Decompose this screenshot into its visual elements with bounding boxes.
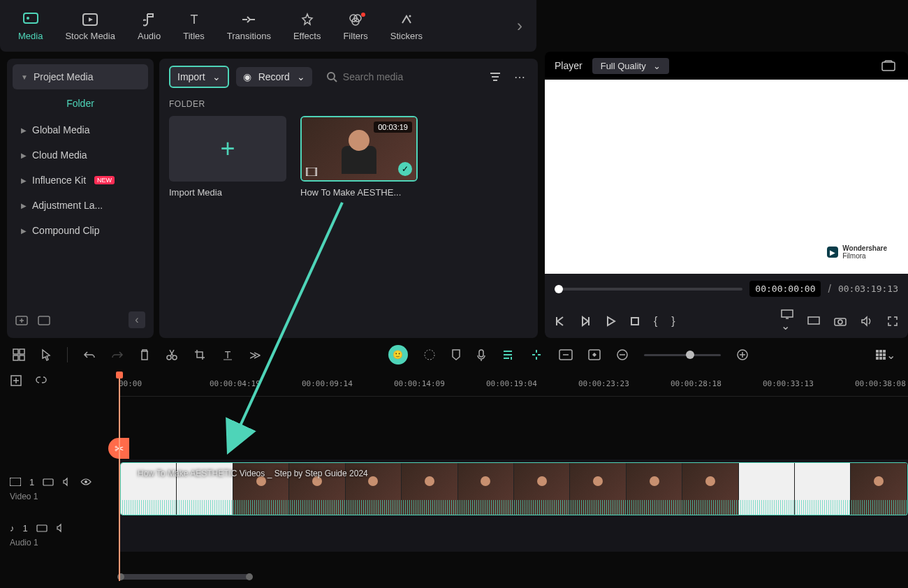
display-mode-button[interactable]: ⌄: [781, 309, 793, 332]
svg-rect-14: [315, 168, 317, 176]
new-folder-icon[interactable]: [15, 314, 28, 325]
zoom-out-button[interactable]: [616, 348, 629, 361]
svg-rect-18: [808, 317, 819, 324]
crop-button[interactable]: [193, 348, 206, 361]
timeline-ruler[interactable]: 00:00 00:00:04:19 00:00:09:14 00:00:14:0…: [119, 372, 908, 397]
delete-button[interactable]: [139, 348, 150, 361]
video-track-body[interactable]: How To Make AESTHETIC Videos _ Step by S…: [119, 460, 908, 518]
sidebar-item-adjustment-layer[interactable]: ▶Adjustment La...: [13, 193, 148, 218]
effects-tl-button[interactable]: [423, 348, 436, 361]
nav-tab-titles[interactable]: T Titles: [172, 7, 216, 45]
snapshot-icon[interactable]: [879, 57, 898, 74]
mark-in-button[interactable]: {: [654, 315, 657, 328]
track-folder-icon[interactable]: [36, 524, 47, 532]
redo-button[interactable]: [111, 350, 124, 360]
track-mute-icon[interactable]: [62, 477, 72, 487]
scrub-knob[interactable]: [555, 285, 563, 293]
view-mode-button[interactable]: ⌄: [875, 348, 895, 362]
quality-select[interactable]: Full Quality⌄: [592, 58, 669, 74]
split-button[interactable]: [166, 348, 178, 361]
play-button[interactable]: [605, 316, 616, 327]
more-tools-button[interactable]: ≫: [249, 348, 261, 362]
nav-tab-stickers[interactable]: Stickers: [379, 7, 434, 45]
import-button[interactable]: Import⌄: [169, 66, 229, 88]
zoom-slider[interactable]: [644, 354, 721, 356]
undo-button[interactable]: [83, 350, 96, 360]
zoom-knob[interactable]: [686, 351, 694, 359]
svg-rect-47: [37, 525, 47, 531]
more-icon[interactable]: ⋯: [511, 68, 528, 87]
record-button[interactable]: ◉Record⌄: [236, 67, 312, 87]
chevron-right-icon: ▶: [21, 126, 27, 134]
collapse-sidebar-button[interactable]: ‹: [129, 311, 145, 328]
voiceover-button[interactable]: [476, 348, 486, 361]
monitor-button[interactable]: [807, 316, 820, 326]
sidebar-item-influence-kit[interactable]: ▶Influence KitNEW: [13, 168, 148, 193]
folder-label[interactable]: Folder: [13, 89, 148, 117]
ai-button[interactable]: 🙂: [388, 345, 408, 365]
filter-icon[interactable]: [486, 68, 504, 85]
keyframe-button[interactable]: [588, 349, 601, 360]
nav-tab-media[interactable]: Media: [7, 7, 54, 45]
nav-tab-transitions[interactable]: Transitions: [216, 7, 282, 45]
volume-button[interactable]: [861, 316, 873, 327]
nav-tab-stock-media[interactable]: Stock Media: [54, 7, 126, 45]
nav-tab-filters[interactable]: Filters: [332, 7, 379, 45]
svg-point-28: [425, 350, 434, 360]
notification-dot: [361, 13, 365, 17]
nav-tab-effects[interactable]: Effects: [282, 7, 332, 45]
media-clip-card[interactable]: 00:03:19 ✓ How To Make AESTHE...: [300, 116, 418, 198]
audio-beat-button[interactable]: [501, 348, 514, 361]
prev-frame-button[interactable]: [555, 316, 566, 327]
chevron-down-icon: ▼: [21, 73, 28, 81]
auto-cut-button[interactable]: [529, 348, 543, 361]
render-button[interactable]: [559, 349, 573, 360]
nav-more-button[interactable]: ›: [510, 16, 529, 36]
stock-media-icon: [82, 11, 98, 28]
zoom-in-button[interactable]: [736, 348, 749, 361]
nav-tab-audio[interactable]: Audio: [126, 7, 172, 45]
import-media-card[interactable]: + Import Media: [169, 116, 286, 198]
player-panel: Player Full Quality⌄ ▶ WondershareFilmor…: [545, 52, 908, 338]
pointer-icon[interactable]: [41, 348, 52, 361]
audio-track-body[interactable]: [119, 518, 908, 552]
preview-area[interactable]: ▶ WondershareFilmora: [545, 80, 908, 274]
svg-rect-21: [13, 349, 18, 354]
svg-point-46: [85, 480, 87, 483]
svg-rect-35: [879, 350, 882, 353]
timeline-scrollbar[interactable]: [119, 574, 901, 580]
svg-text:T: T: [190, 13, 198, 27]
track-mute-icon[interactable]: [56, 523, 66, 533]
scrollbar-thumb[interactable]: [119, 574, 251, 580]
sidebar-item-compound-clip[interactable]: ▶Compound Clip: [13, 218, 148, 243]
playhead[interactable]: [119, 372, 120, 581]
timeline: 00:00 00:00:04:19 00:00:09:14 00:00:14:0…: [0, 372, 908, 581]
svg-rect-23: [13, 355, 18, 360]
track-folder-icon[interactable]: [43, 478, 54, 486]
link-button[interactable]: [35, 374, 47, 387]
folder-icon[interactable]: [38, 314, 50, 325]
search-input[interactable]: [343, 71, 472, 82]
track-visibility-icon[interactable]: [80, 478, 91, 486]
text-button[interactable]: T: [221, 348, 234, 361]
svg-point-8: [409, 15, 411, 17]
sidebar-item-project-media[interactable]: ▼Project Media: [13, 64, 148, 89]
step-back-button[interactable]: [580, 316, 591, 327]
chevron-right-icon: ▶: [21, 202, 27, 210]
layout-icon[interactable]: [13, 348, 25, 361]
svg-rect-17: [782, 310, 793, 317]
stop-button[interactable]: [630, 316, 640, 326]
fullscreen-button[interactable]: [887, 316, 898, 327]
sidebar-item-global-media[interactable]: ▶Global Media: [13, 117, 148, 142]
camera-button[interactable]: [834, 316, 847, 326]
timeline-toolbar: T ≫ 🙂 ⌄: [0, 338, 908, 372]
chevron-down-icon: ⌄: [297, 71, 305, 82]
mark-out-button[interactable]: }: [671, 315, 675, 328]
svg-point-11: [328, 73, 335, 80]
scrub-track[interactable]: [555, 288, 742, 291]
total-time: 00:03:19:13: [838, 284, 898, 294]
chevron-right-icon: ▶: [21, 227, 27, 235]
marker-button[interactable]: [451, 348, 461, 361]
add-track-button[interactable]: [10, 374, 22, 387]
sidebar-item-cloud-media[interactable]: ▶Cloud Media: [13, 142, 148, 168]
